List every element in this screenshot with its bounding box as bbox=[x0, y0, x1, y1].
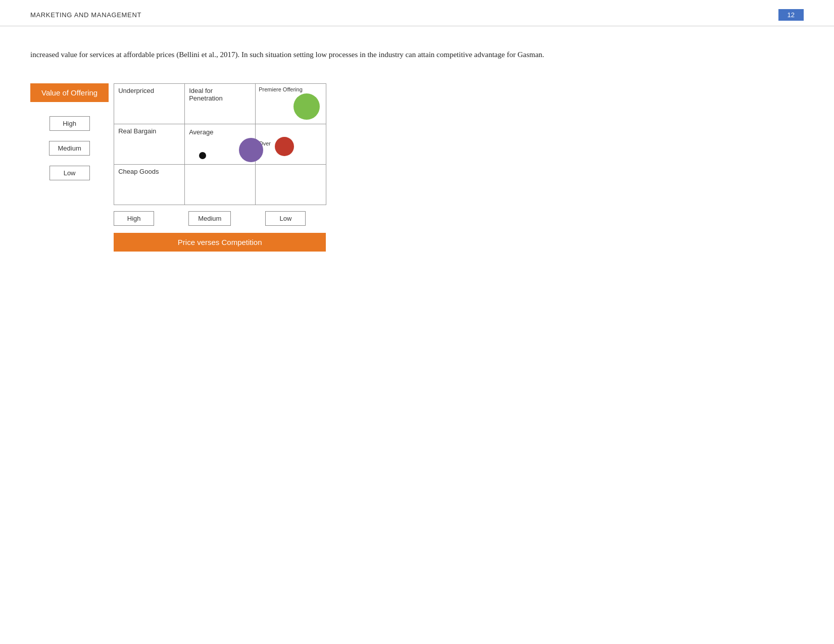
bottom-axis-medium: Medium bbox=[188, 211, 231, 226]
red-circle bbox=[275, 137, 294, 156]
bottom-axis-high: High bbox=[114, 211, 154, 226]
cell-average: Average bbox=[185, 124, 256, 165]
page-header: MARKETING AND MANAGEMENT 12 bbox=[0, 0, 834, 26]
average-label: Average bbox=[189, 128, 213, 136]
black-dot bbox=[199, 152, 206, 159]
diagram-area: Value of Offering High Medium Low Underp… bbox=[0, 73, 834, 272]
cell-premiere: Premiere Offering bbox=[256, 84, 326, 124]
left-axis-high: High bbox=[50, 116, 90, 131]
real-bargain-label: Real Bargain bbox=[118, 127, 156, 135]
page-number: 12 bbox=[778, 9, 804, 21]
paragraph-text: increased value for services at affordab… bbox=[30, 46, 804, 63]
matrix-grid: Underpriced Ideal forPenetration Premier… bbox=[114, 83, 326, 205]
purple-circle bbox=[239, 138, 263, 162]
bottom-axis-low: Low bbox=[265, 211, 306, 226]
cell-empty-1 bbox=[185, 165, 256, 205]
cell-ideal-penetration: Ideal forPenetration bbox=[185, 84, 256, 124]
grid-row-3: Cheap Goods bbox=[114, 165, 326, 205]
cell-real-bargain: Real Bargain bbox=[114, 124, 185, 165]
cell-empty-2 bbox=[256, 165, 326, 205]
left-axis-low: Low bbox=[50, 166, 90, 180]
premiere-offering-label: Premiere Offering bbox=[259, 86, 303, 92]
diagram-wrapper: Value of Offering High Medium Low Underp… bbox=[30, 83, 326, 252]
left-axis-medium: Medium bbox=[49, 141, 89, 156]
grid-row-1: Underpriced Ideal forPenetration Premier… bbox=[114, 84, 326, 124]
cell-underpriced: Underpriced bbox=[114, 84, 185, 124]
ideal-label: Ideal forPenetration bbox=[189, 87, 223, 102]
grid-row-2: Real Bargain Average Over bbox=[114, 124, 326, 165]
value-of-offering-label: Value of Offering bbox=[30, 83, 109, 102]
header-title: MARKETING AND MANAGEMENT bbox=[30, 11, 141, 19]
cell-over: Over bbox=[256, 124, 326, 165]
left-axis: Value of Offering High Medium Low bbox=[30, 83, 109, 185]
bottom-axis: High Medium Low bbox=[114, 211, 306, 226]
cell-cheap-goods: Cheap Goods bbox=[114, 165, 185, 205]
price-label: Price verses Competition bbox=[114, 233, 326, 252]
green-circle bbox=[293, 93, 320, 120]
underpriced-label: Underpriced bbox=[118, 87, 154, 94]
body-paragraph: increased value for services at affordab… bbox=[0, 26, 834, 73]
cheap-goods-label: Cheap Goods bbox=[118, 168, 159, 175]
grid-container: Underpriced Ideal forPenetration Premier… bbox=[114, 83, 326, 252]
